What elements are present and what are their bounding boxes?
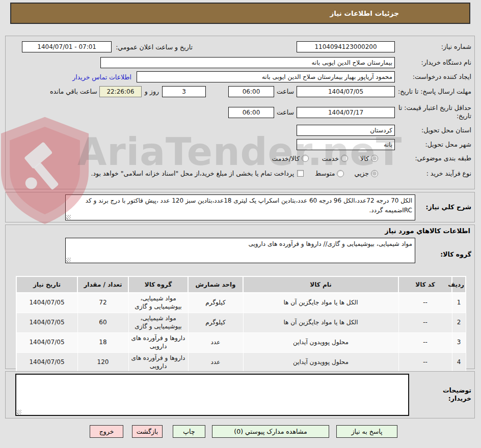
exit-button[interactable]: خروج	[90, 425, 123, 438]
radio-goods-service-label: کالا/خدمت	[272, 155, 299, 162]
page-title: جزئیات اطلاعات نیاز	[10, 3, 470, 24]
remaining-days-label: روز و	[145, 88, 159, 95]
buyer-org-label: نام دستگاه خریدار:	[421, 58, 471, 67]
buyer-contact-link[interactable]: اطلاعات تماس خریدار	[72, 73, 131, 81]
item-group-textarea[interactable]: مواد شیمیایی، بیوشیمیایی و گازی// داروها…	[65, 238, 415, 263]
cell-name: الکل ها یا مواد جایگزین آن ها	[243, 293, 398, 313]
table-row: 4 -- محلول پوویدون آیداین عدد داروها و ف…	[16, 353, 466, 373]
cell-row: 3	[452, 333, 466, 353]
cell-group: مواد شیمیایی، بیوشیمیایی و گازی	[128, 313, 188, 333]
general-description-section: شرح کلي نیاز: الکل 70 درجه 72عدد،الکل 96…	[5, 192, 475, 222]
radio-service-label: خدمت	[322, 155, 339, 162]
delivery-city-label: شهر محل تحویل:	[425, 141, 471, 149]
validity-hour-field[interactable]: 06:00	[228, 107, 274, 118]
cell-code: --	[398, 313, 452, 333]
need-details-panel: شماره نیاز: 1104094123000200 تاریخ و ساع…	[5, 36, 475, 189]
cell-row: 1	[452, 293, 466, 313]
radio-partial-label: جزیي	[354, 170, 369, 177]
cell-date: 1404/07/05	[16, 333, 77, 353]
cell-group: داروها و فرآورده های دارویی	[128, 333, 188, 353]
cell-date: 1404/07/05	[16, 293, 77, 313]
cell-qty: 60	[77, 313, 128, 333]
cell-group: مواد شیمیایی، بیوشیمیایی و گازی	[128, 293, 188, 313]
col-need-date: تاریخ نیاز	[16, 276, 77, 293]
view-attachments-button[interactable]: مشاهده مدارک پیوستي (0)	[212, 425, 329, 438]
general-description-text: الکل 70 درجه 72عدد،الکل 96 درجه 60 عدد،ب…	[86, 197, 412, 214]
resize-grip-icon[interactable]	[66, 215, 71, 219]
cell-qty: 72	[77, 293, 128, 313]
treasury-checkbox-label: پرداخت تمام یا بخشی از مبلغ خرید،از محل …	[91, 170, 295, 177]
print-button[interactable]: چاپ	[173, 425, 205, 438]
col-group: گروه کالا	[128, 276, 188, 293]
cell-qty: 120	[77, 353, 128, 373]
cell-unit: عدد	[188, 353, 243, 373]
response-deadline-label: مهلت ارسال پاسخ: تا تاریخ:	[398, 87, 471, 96]
cell-unit: کیلوگرم	[188, 293, 243, 313]
general-description-textarea[interactable]: الکل 70 درجه 72عدد،الکل 96 درجه 60 عدد،ب…	[65, 194, 415, 220]
remaining-time-label: ساعت باقي مانده	[50, 88, 97, 95]
deadline-hour-field[interactable]: 06:00	[228, 86, 274, 97]
request-creator-label: ایجاد کننده درخواست:	[413, 73, 471, 81]
deadline-hour-label: ساعت	[277, 88, 294, 95]
radio-goods[interactable]	[371, 155, 378, 162]
need-number-field[interactable]: 1104094123000200	[297, 41, 395, 52]
item-group-label: گروه کالا:	[440, 250, 471, 259]
col-unit: واحد شمارش	[188, 276, 243, 293]
delivery-city-field[interactable]: بانه	[297, 139, 395, 150]
cell-date: 1404/07/05	[16, 353, 77, 373]
need-number-label: شماره نیاز:	[441, 43, 471, 51]
radio-medium[interactable]	[337, 170, 344, 177]
table-row: 2 -- الکل ها یا مواد جایگزین آن ها کیلوگ…	[16, 313, 466, 333]
radio-goods-service[interactable]	[302, 155, 309, 162]
radio-service[interactable]	[341, 155, 348, 162]
general-description-label: شرح کلي نیاز:	[426, 203, 471, 212]
col-item-name: نام کالا	[243, 276, 398, 293]
radio-goods-label: کالا	[360, 155, 369, 162]
col-item-code: کد کالا	[398, 276, 452, 293]
cell-date: 1404/07/05	[16, 313, 77, 333]
table-row: 3 -- محلول پوویدون آیداین عدد داروها و ف…	[16, 333, 466, 353]
item-group-text: مواد شیمیایی، بیوشیمیایی و گازی// داروها…	[248, 240, 412, 247]
resize-grip-icon[interactable]	[17, 410, 21, 414]
cell-code: --	[398, 293, 452, 313]
cell-unit: عدد	[188, 333, 243, 353]
delivery-province-field[interactable]: کردستان	[297, 125, 395, 136]
respond-to-need-button[interactable]: پاسخ به نیاز	[336, 425, 397, 438]
cell-name: محلول پوویدون آیداین	[243, 333, 398, 353]
subject-class-label: طبقه بندی موضوعی:	[415, 154, 471, 163]
cell-row: 4	[452, 353, 466, 373]
action-button-bar: پاسخ به نیاز مشاهده مدارک پیوستي (0) چاپ…	[90, 425, 397, 438]
treasury-checkbox[interactable]	[297, 170, 304, 177]
cell-name: الکل ها یا مواد جایگزین آن ها	[243, 313, 398, 333]
cell-unit: کیلوگرم	[188, 313, 243, 333]
buyer-notes-section: توضیحات خریدار:	[5, 371, 475, 418]
remaining-time-field: 22:26:06	[99, 86, 142, 97]
back-button[interactable]: بازگشت	[132, 425, 163, 438]
col-quantity: تعداد / مقدار	[77, 276, 128, 293]
delivery-province-label: استان محل تحویل:	[421, 126, 471, 134]
announce-datetime-field[interactable]: 1404/07/01 - 07:01	[22, 41, 112, 52]
request-creator-field[interactable]: محمود آریاپور بهیار بیمارستان صلاح الدین…	[137, 71, 395, 82]
required-items-title: اطلاعات کالاهاي مورد نیاز	[385, 227, 470, 235]
cell-code: --	[398, 333, 452, 353]
remaining-days-field[interactable]: 3	[162, 86, 206, 97]
cell-code: --	[398, 353, 452, 373]
radio-partial[interactable]	[371, 170, 378, 177]
required-items-section: اطلاعات کالاهاي مورد نیاز گروه کالا: موا…	[5, 225, 475, 369]
items-table-header-row: ردیف کد کالا نام کالا واحد شمارش گروه کا…	[16, 276, 466, 293]
deadline-date-field[interactable]: 1404/07/05	[297, 86, 395, 97]
price-validity-label: حداقل تاریخ اعتبار قیمت: تا تاریخ:	[394, 104, 471, 121]
buyer-org-field[interactable]: بیمارستان صلاح الدین ایوبی بانه	[100, 57, 395, 68]
buyer-notes-label: توضیحات خریدار:	[431, 386, 471, 404]
cell-name: محلول پوویدون آیداین	[243, 353, 398, 373]
col-row-number: ردیف	[452, 276, 466, 293]
purchase-type-label: نوع فرآیند خرید :	[426, 169, 471, 178]
items-table: ردیف کد کالا نام کالا واحد شمارش گروه کا…	[16, 276, 466, 373]
cell-group: داروها و فرآورده های دارویی	[128, 353, 188, 373]
buyer-notes-textarea[interactable]	[15, 374, 409, 416]
cell-row: 2	[452, 313, 466, 333]
table-row: 1 -- الکل ها یا مواد جایگزین آن ها کیلوگ…	[16, 293, 466, 313]
resize-grip-icon[interactable]	[66, 258, 71, 262]
radio-medium-label: متوسط	[315, 170, 335, 177]
validity-date-field[interactable]: 1404/07/17	[297, 107, 395, 118]
